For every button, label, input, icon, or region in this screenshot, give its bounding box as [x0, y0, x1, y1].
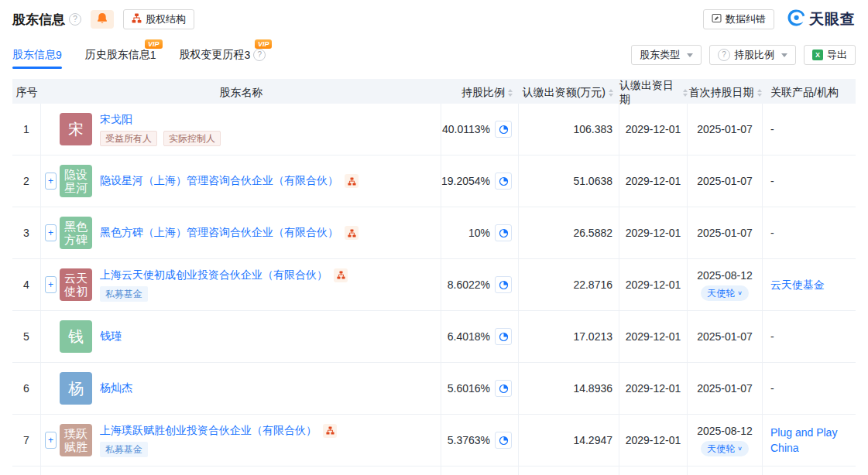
- pie-chart-icon[interactable]: [495, 328, 512, 345]
- amount-cell: 106.383: [519, 104, 619, 155]
- shareholder-type-filter[interactable]: 股东类型: [631, 45, 702, 65]
- row-index: 4: [12, 259, 41, 310]
- export-label: 导出: [827, 48, 847, 62]
- row-index: 6: [12, 363, 41, 414]
- related-product-link[interactable]: 云天使基金: [770, 277, 825, 292]
- related-product-cell: -: [763, 104, 856, 155]
- column-header: 关联产品/机构: [763, 86, 856, 100]
- vip-badge: VIP: [145, 39, 163, 49]
- shareholder-info: 宋戈阳受益所有人实际控制人: [100, 113, 221, 146]
- table-row: 4+云天使初上海云天使初成创业投资合伙企业（有限合伙）私募基金8.6022%22…: [12, 259, 856, 311]
- shareholder-name-link[interactable]: 钱瑾: [100, 330, 122, 343]
- tabs-bar: 股东信息9 历史股东信息1 VIP 股权变更历程3 VIP ? 股东类型 ? 持…: [0, 43, 868, 67]
- shareholder-info: 上海云天使初成创业投资合伙企业（有限合伙）私募基金: [100, 268, 348, 302]
- chevron-down-icon: ∨: [737, 287, 743, 299]
- shareholder-name-link[interactable]: 宋戈阳: [100, 113, 132, 127]
- column-header: 首次持股日期: [688, 86, 763, 100]
- ratio-cell: 8.6022%: [441, 259, 519, 310]
- amount-cell: 8.5106: [519, 466, 619, 475]
- equity-structure-icon[interactable]: [334, 268, 348, 282]
- row-index: 8: [12, 466, 41, 475]
- shareholder-name-link[interactable]: 黑色方碑（上海）管理咨询合伙企业（有限合伙）: [100, 226, 338, 240]
- shareholder-name-line: 黑色方碑（上海）管理咨询合伙企业（有限合伙）: [100, 226, 359, 240]
- help-icon[interactable]: ?: [253, 49, 266, 61]
- expand-row-button[interactable]: +: [45, 224, 57, 241]
- shareholder-avatar: 璞跃赋胜: [60, 424, 92, 456]
- pie-chart-icon[interactable]: [495, 380, 512, 397]
- page-title: 股东信息: [12, 11, 65, 29]
- equity-structure-icon[interactable]: [345, 174, 359, 188]
- shareholders-table: 序号股东名称持股比例认缴出资额(万元)认缴出资日期首次持股日期关联产品/机构 1…: [12, 79, 856, 475]
- shareholder-info: 上海璞跃赋胜创业投资合伙企业（有限合伙）私募基金: [100, 424, 337, 457]
- shareholder-info: 杨灿杰: [100, 381, 132, 395]
- tab-history-shareholders[interactable]: 历史股东信息1 VIP: [85, 48, 156, 62]
- tab-equity-changes-count: 3: [245, 49, 251, 61]
- help-icon: ?: [718, 49, 730, 61]
- org-chart-icon: [132, 13, 142, 26]
- expand-row-button[interactable]: +: [45, 432, 57, 449]
- sort-icon[interactable]: [757, 89, 762, 97]
- shareholder-name-link[interactable]: 上海云天使初成创业投资合伙企业（有限合伙）: [100, 268, 328, 282]
- data-correction-button[interactable]: 数据纠错: [703, 9, 774, 29]
- shareholder-cell: 钱钱瑾: [41, 311, 441, 362]
- panel-header: 股东信息 ? 股权结构 数据纠错 天眼查: [0, 0, 868, 31]
- amount-cell: 26.5882: [519, 207, 619, 258]
- shareholder-cell: +曲率驱动曲率驱动（宁波）管理咨询合伙企业（有限合伙）: [41, 466, 441, 475]
- table-body: 1宋宋戈阳受益所有人实际控制人40.0113%106.3832029-12-01…: [12, 104, 856, 475]
- table-row: 5钱钱瑾6.4018%17.02132029-12-012025-01-07-: [12, 311, 856, 363]
- shareholder-avatar: 宋: [60, 113, 92, 145]
- tab-shareholders-label: 股东信息: [12, 48, 56, 62]
- related-product-cell: 云天使基金: [763, 259, 856, 310]
- pie-chart-icon[interactable]: [495, 121, 512, 138]
- shareholder-name-link[interactable]: 上海璞跃赋胜创业投资合伙企业（有限合伙）: [100, 424, 317, 438]
- sort-icon[interactable]: [609, 89, 613, 97]
- shareholder-name-line: 隐设星河（上海）管理咨询合伙企业（有限合伙）: [100, 174, 359, 188]
- chevron-down-icon: [687, 53, 693, 57]
- equity-structure-label: 股权结构: [146, 12, 186, 26]
- chevron-down-icon: ∨: [737, 443, 743, 455]
- funding-round-tag[interactable]: 天使轮∨: [701, 285, 749, 301]
- pie-chart-icon[interactable]: [495, 224, 512, 241]
- export-button[interactable]: X 导出: [804, 45, 856, 65]
- excel-icon: X: [812, 50, 823, 60]
- subscribe-date-cell: 2029-12-01: [619, 259, 688, 310]
- pie-chart-icon[interactable]: [495, 432, 512, 449]
- bell-icon: [97, 12, 108, 27]
- column-header: 认缴出资日期: [619, 79, 688, 107]
- column-header: 股东名称: [41, 86, 441, 100]
- pie-chart-icon[interactable]: [495, 276, 512, 293]
- first-hold-date-cell: 2025-08-12天使轮∨: [688, 259, 763, 310]
- tab-shareholders[interactable]: 股东信息9: [12, 48, 62, 62]
- subscribe-date-cell: 2029-12-01: [619, 311, 688, 362]
- subscribe-date-cell: 2029-12-01: [619, 363, 688, 414]
- help-icon[interactable]: ?: [69, 13, 81, 26]
- row-index: 3: [12, 207, 41, 258]
- funding-round-tag[interactable]: 天使轮∨: [701, 441, 749, 456]
- tab-equity-changes[interactable]: 股权变更历程3 VIP ?: [180, 48, 266, 62]
- equity-structure-button[interactable]: 股权结构: [123, 9, 194, 29]
- sort-icon[interactable]: [508, 89, 513, 97]
- shareholder-name-line: 钱瑾: [100, 330, 122, 343]
- related-product-cell: -: [763, 363, 856, 414]
- pie-chart-icon[interactable]: [495, 173, 512, 190]
- equity-structure-icon[interactable]: [323, 424, 337, 438]
- first-hold-date-cell: 2025-01-07: [688, 155, 763, 207]
- expand-row-button[interactable]: +: [45, 173, 57, 190]
- ratio-filter[interactable]: ? 持股比例: [709, 45, 796, 65]
- table-row: 2+隐设星河隐设星河（上海）管理咨询合伙企业（有限合伙）19.2054%51.0…: [12, 155, 856, 207]
- shareholder-name-line: 宋戈阳: [100, 113, 221, 127]
- ratio-cell: 6.4018%: [441, 311, 519, 362]
- subscribe-date-cell: 2029-12-01: [619, 155, 688, 207]
- table-row: 8+曲率驱动曲率驱动（宁波）管理咨询合伙企业（有限合伙）3.2009%8.510…: [12, 466, 856, 475]
- shareholder-info-panel: 股东信息 ? 股权结构 数据纠错 天眼查 股东信息9 历史股东信息1 VIP 股…: [0, 0, 868, 475]
- tab-equity-changes-label: 股权变更历程: [180, 48, 245, 62]
- first-hold-date-cell: 2025-01-09: [688, 466, 763, 475]
- shareholder-cell: 杨杨灿杰: [41, 363, 441, 414]
- subscribe-bell-button[interactable]: [91, 10, 114, 29]
- related-product-link[interactable]: Plug and Play China: [770, 425, 849, 456]
- expand-row-button[interactable]: +: [45, 276, 57, 293]
- shareholder-name-link[interactable]: 杨灿杰: [100, 381, 132, 395]
- ratio-cell: 10%: [441, 207, 519, 258]
- equity-structure-icon[interactable]: [345, 226, 359, 240]
- shareholder-name-link[interactable]: 隐设星河（上海）管理咨询合伙企业（有限合伙）: [100, 174, 338, 188]
